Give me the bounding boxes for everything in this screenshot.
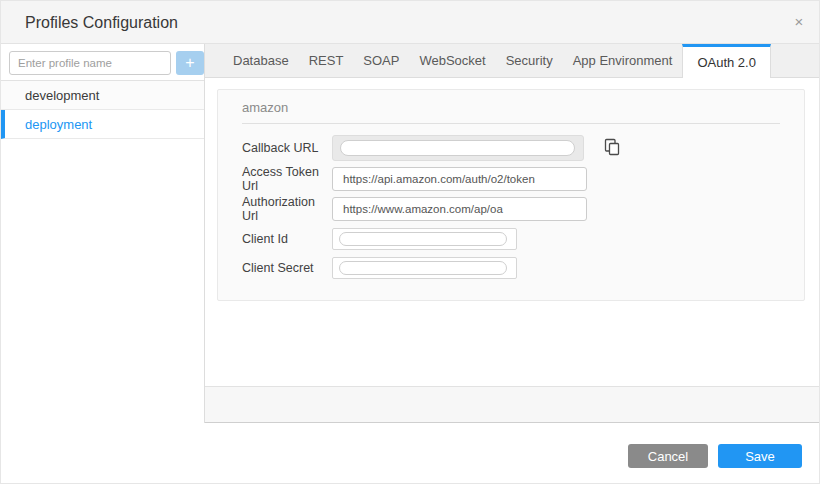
access-token-url-input[interactable] xyxy=(332,167,587,191)
section-divider xyxy=(242,123,780,124)
add-profile-button[interactable]: + xyxy=(176,51,204,75)
sidebar-item-development[interactable]: development xyxy=(1,81,204,110)
client-secret-label: Client Secret xyxy=(242,261,332,275)
cancel-button[interactable]: Cancel xyxy=(628,444,708,468)
tab-security[interactable]: Security xyxy=(496,44,563,77)
profiles-sidebar: + development deployment xyxy=(1,44,205,423)
callback-url-label: Callback URL xyxy=(242,141,332,155)
amazon-oauth-panel: amazon Callback URL Access Token Url xyxy=(217,89,805,301)
authorization-url-label: Authorization Url xyxy=(242,195,332,223)
client-secret-field[interactable] xyxy=(332,257,517,279)
sidebar-item-deployment[interactable]: deployment xyxy=(1,110,204,139)
callback-url-row: Callback URL xyxy=(218,135,804,161)
copy-icon[interactable] xyxy=(602,138,622,158)
redacted-value xyxy=(339,261,507,275)
section-title: amazon xyxy=(242,100,780,118)
dialog-title: Profiles Configuration xyxy=(25,1,178,44)
authorization-url-row: Authorization Url xyxy=(218,197,804,221)
tab-database[interactable]: Database xyxy=(223,44,299,77)
content-footer-strip xyxy=(205,386,820,423)
callback-url-field xyxy=(332,135,584,161)
dialog-header: Profiles Configuration × xyxy=(1,1,820,44)
tab-oauth-2-0[interactable]: OAuth 2.0 xyxy=(682,44,771,78)
client-id-label: Client Id xyxy=(242,232,332,246)
close-icon[interactable]: × xyxy=(789,12,809,32)
client-id-row: Client Id xyxy=(218,228,804,250)
profile-add-row: + xyxy=(1,44,204,81)
tab-websocket[interactable]: WebSocket xyxy=(409,44,495,77)
client-secret-row: Client Secret xyxy=(218,257,804,279)
access-token-url-label: Access Token Url xyxy=(242,165,332,193)
tab-app-environment[interactable]: App Environment xyxy=(563,44,683,77)
redacted-value xyxy=(340,140,575,156)
client-id-field[interactable] xyxy=(332,228,517,250)
save-button[interactable]: Save xyxy=(718,444,802,468)
access-token-url-row: Access Token Url xyxy=(218,167,804,191)
profile-name-input[interactable] xyxy=(9,51,171,75)
profiles-configuration-dialog: Profiles Configuration × + development d… xyxy=(0,0,820,484)
redacted-value xyxy=(339,232,507,246)
tab-soap[interactable]: SOAP xyxy=(353,44,409,77)
profile-tabbar: Database REST SOAP WebSocket Security Ap… xyxy=(205,44,820,78)
tab-rest[interactable]: REST xyxy=(299,44,354,77)
authorization-url-input[interactable] xyxy=(332,197,587,221)
